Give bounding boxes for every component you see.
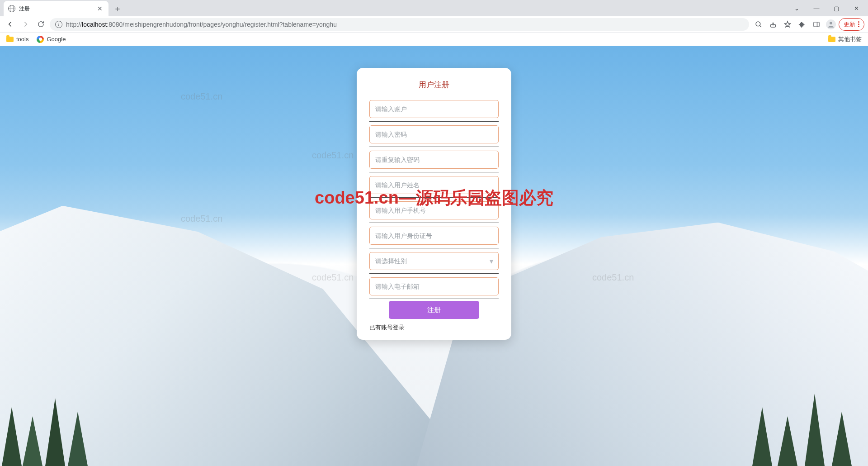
browser-tab[interactable]: 注册 ✕	[4, 1, 108, 16]
phone-input[interactable]	[369, 201, 499, 219]
watermark: code51.cn	[181, 91, 222, 102]
side-panel-icon[interactable]	[810, 18, 823, 31]
register-card: 用户注册 ▾	[357, 68, 511, 340]
update-label: 更新	[844, 20, 855, 29]
bookmark-label: 其他书签	[838, 35, 862, 43]
register-button[interactable]: 注册	[389, 301, 479, 319]
password-input[interactable]	[369, 125, 499, 143]
decorative-trees	[750, 385, 868, 466]
profile-avatar[interactable]	[824, 18, 838, 31]
globe-icon	[8, 5, 15, 12]
page-viewport: code51.cn code51.cn code51.cn code51.cn …	[0, 46, 868, 466]
bookmarks-bar: tools Google 其他书签	[0, 33, 868, 46]
share-icon[interactable]	[766, 18, 780, 31]
gender-select[interactable]	[369, 252, 499, 270]
address-bar: i http://localhost:8080/meishipengrenhud…	[0, 16, 868, 33]
bookmark-tools[interactable]: tools	[6, 36, 28, 43]
new-tab-button[interactable]: ＋	[111, 2, 124, 15]
folder-icon	[828, 37, 835, 42]
login-link[interactable]: 已有账号登录	[369, 323, 499, 332]
password-confirm-input[interactable]	[369, 151, 499, 169]
browser-window: 注册 ✕ ＋ ⌄ — ▢ ✕ i http://localhost:8080/m…	[0, 0, 868, 466]
bookmark-label: tools	[16, 36, 28, 43]
account-input[interactable]	[369, 100, 499, 118]
bookmark-star-icon[interactable]	[781, 18, 794, 31]
bookmark-google[interactable]: Google	[37, 36, 66, 43]
window-controls: ⌄ — ▢ ✕	[787, 0, 868, 16]
folder-icon	[6, 37, 14, 42]
maximize-button[interactable]: ▢	[826, 1, 846, 15]
idcard-input[interactable]	[369, 227, 499, 245]
extensions-icon[interactable]	[795, 18, 809, 31]
svg-point-4	[830, 22, 832, 24]
url-text: http://localhost:8080/meishipengrenhudon…	[66, 21, 337, 28]
close-window-button[interactable]: ✕	[846, 1, 866, 15]
update-button[interactable]: 更新	[839, 18, 864, 31]
toolbar-right: 更新	[752, 18, 864, 31]
bookmark-label: Google	[47, 36, 66, 43]
decorative-trees	[0, 394, 108, 466]
tab-strip: 注册 ✕ ＋ ⌄ — ▢ ✕	[0, 0, 868, 16]
forward-button[interactable]	[19, 18, 32, 31]
reload-button[interactable]	[34, 18, 47, 31]
realname-input[interactable]	[369, 176, 499, 194]
kebab-menu-icon	[858, 21, 859, 27]
email-input[interactable]	[369, 277, 499, 295]
site-info-icon[interactable]: i	[55, 21, 62, 28]
watermark: code51.cn	[312, 150, 354, 161]
bookmark-other[interactable]: 其他书签	[828, 35, 862, 43]
tab-search-icon[interactable]: ⌄	[787, 1, 807, 15]
back-button[interactable]	[4, 18, 16, 31]
minimize-button[interactable]: —	[807, 1, 826, 15]
tab-title: 注册	[19, 5, 92, 13]
svg-rect-2	[814, 22, 819, 27]
google-icon	[37, 36, 44, 43]
url-input[interactable]: i http://localhost:8080/meishipengrenhud…	[50, 18, 749, 31]
zoom-icon[interactable]	[752, 18, 765, 31]
svg-point-0	[756, 22, 760, 26]
card-title: 用户注册	[369, 80, 499, 90]
close-tab-icon[interactable]: ✕	[96, 5, 104, 12]
